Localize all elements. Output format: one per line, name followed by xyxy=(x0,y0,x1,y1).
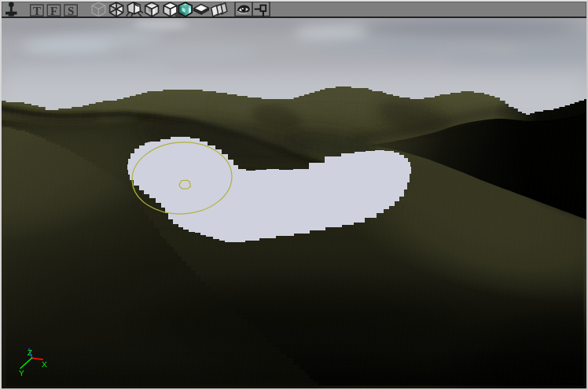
svg-text:T: T xyxy=(33,5,41,17)
svg-text:X: X xyxy=(42,359,47,370)
svg-text:F: F xyxy=(50,5,57,17)
svg-text:S: S xyxy=(68,5,74,17)
svg-text:Z: Z xyxy=(28,348,33,358)
svg-text:Y: Y xyxy=(19,368,24,378)
